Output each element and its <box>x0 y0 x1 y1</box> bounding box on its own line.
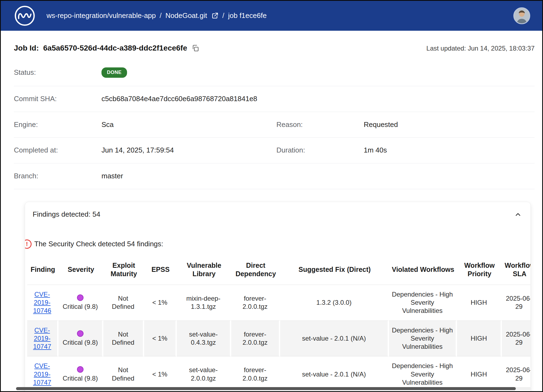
breadcrumb-job: job f1ece6fe <box>228 11 267 20</box>
reason-label: Reason: <box>276 120 364 129</box>
col-header-suggested-fix: Suggested Fix (Direct) <box>280 256 389 285</box>
suggested-fix-cell: 1.3.2 (3.0.0) <box>280 285 389 321</box>
finding-cell: CVE-2019-10746 <box>27 285 58 321</box>
epss-cell: < 1% <box>144 285 177 321</box>
suggested-fix-cell: set-value - 2.0.1 (N/A) <box>280 356 389 392</box>
epss-cell: < 1% <box>144 321 177 357</box>
chevron-up-icon[interactable] <box>513 210 523 219</box>
col-header-exploit-maturity: Exploit Maturity <box>103 256 144 285</box>
horizontal-scrollbar <box>16 387 531 390</box>
engine-value: Sca <box>101 120 276 129</box>
field-row-engine-reason: Engine: Sca Reason: Requested <box>14 112 535 138</box>
exploit-maturity-cell: Not Defined <box>103 285 144 321</box>
reason-value: Requested <box>364 120 535 129</box>
direct-dependency-cell: forever-2.0.0.tgz <box>231 356 280 392</box>
commit-sha-value: c5cb68a7084e4ae7dcc60e6a98768720a81841e8 <box>101 94 535 104</box>
findings-alert-text: The Security Check detected 54 findings: <box>34 239 163 249</box>
job-id-label: Job Id: <box>14 43 39 53</box>
workflow-sla-cell: 2025-06-29 <box>502 321 531 357</box>
external-link-icon[interactable] <box>211 12 218 19</box>
last-updated: Last updated: Jun 14, 2025, 18:03:37 <box>426 44 535 52</box>
severity-critical-icon <box>77 366 84 373</box>
col-header-workflow-sla: Workflow SLA <box>502 256 531 285</box>
col-header-direct-dependency: Direct Dependency <box>231 256 280 285</box>
app-header: ws-repo-integration/vulnerable-app / Nod… <box>1 1 542 31</box>
engine-label: Engine: <box>14 120 101 129</box>
duration-label: Duration: <box>276 146 364 155</box>
field-row-commit: Commit SHA: c5cb68a7084e4ae7dcc60e6a9876… <box>14 86 535 112</box>
duration-value: 1m 40s <box>364 146 535 155</box>
user-avatar[interactable] <box>513 7 530 24</box>
exploit-maturity-cell: Not Defined <box>103 356 144 392</box>
workflow-priority-cell: HIGH <box>457 285 502 321</box>
finding-cell: CVE-2019-10747 <box>27 356 58 392</box>
page: { "header": { "breadcrumb": { "repo": "w… <box>0 0 543 392</box>
findings-card: Findings detected: 54 ! The Security Che… <box>25 202 531 392</box>
table-row: CVE-2019-10747 Critical (9.8) Not Define… <box>27 321 531 357</box>
status-label: Status: <box>14 68 101 77</box>
field-row-completed-duration: Completed at: Jun 14, 2025, 17:59:54 Dur… <box>14 138 535 163</box>
col-header-finding: Finding <box>27 256 58 285</box>
suggested-fix-cell: set-value - 2.0.1 (N/A) <box>280 321 389 357</box>
breadcrumb-separator: / <box>160 11 162 20</box>
violated-workflows-cell: Dependencies - High Severity Vulnerabili… <box>389 321 457 357</box>
direct-dependency-cell: forever-2.0.0.tgz <box>231 285 280 321</box>
vulnerable-library-cell: set-value-2.0.0.tgz <box>177 356 231 392</box>
workflow-priority-cell: HIGH <box>457 356 502 392</box>
severity-cell: Critical (9.8) <box>58 285 103 321</box>
col-header-epss: EPSS <box>144 256 177 285</box>
copy-icon[interactable] <box>192 44 200 52</box>
findings-table-wrap: Finding Severity Exploit Maturity EPSS V… <box>27 256 528 392</box>
cve-link[interactable]: CVE-2019-10747 <box>33 326 51 350</box>
severity-text: Critical (9.8) <box>61 374 99 382</box>
branch-label: Branch: <box>14 172 101 181</box>
job-header: Job Id: 6a5a6570-526d-44dc-a389-ddc2f1ec… <box>14 43 535 53</box>
breadcrumb-repo[interactable]: ws-repo-integration/vulnerable-app <box>47 11 156 20</box>
table-row: CVE-2019-10747 Critical (9.8) Not Define… <box>27 356 531 392</box>
findings-alert: ! The Security Check detected 54 finding… <box>26 239 523 249</box>
severity-text: Critical (9.8) <box>61 338 99 347</box>
col-header-workflow-priority: Workflow Priority <box>457 256 502 285</box>
workflow-sla-cell: 2025-06-29 <box>502 285 531 321</box>
violated-workflows-cell: Dependencies - High Severity Vulnerabili… <box>389 356 457 392</box>
findings-card-title: Findings detected: 54 <box>33 210 100 219</box>
vulnerable-library-cell: set-value-0.4.3.tgz <box>177 321 231 357</box>
app-logo[interactable] <box>14 5 36 27</box>
cve-link[interactable]: CVE-2019-10746 <box>33 291 51 314</box>
col-header-violated-workflows: Violated Workflows <box>389 256 457 285</box>
breadcrumb-project[interactable]: NodeGoat.git <box>165 11 207 20</box>
severity-cell: Critical (9.8) <box>58 321 103 357</box>
field-row-status: Status: DONE <box>14 60 535 86</box>
findings-table: Finding Severity Exploit Maturity EPSS V… <box>27 256 531 392</box>
job-detail-panel: Job Id: 6a5a6570-526d-44dc-a389-ddc2f1ec… <box>1 31 542 392</box>
severity-critical-icon <box>77 330 84 337</box>
severity-cell: Critical (9.8) <box>58 356 103 392</box>
col-header-vulnerable-library: Vulnerable Library <box>177 256 231 285</box>
workflow-priority-cell: HIGH <box>457 321 502 357</box>
completed-at-value: Jun 14, 2025, 17:59:54 <box>101 146 276 155</box>
completed-at-label: Completed at: <box>14 146 101 155</box>
commit-sha-label: Commit SHA: <box>14 94 101 104</box>
workflow-sla-cell: 2025-06-29 <box>502 356 531 392</box>
field-row-branch: Branch: master <box>14 163 535 189</box>
finding-cell: CVE-2019-10747 <box>27 321 58 357</box>
vulnerable-library-cell: mixin-deep-1.3.1.tgz <box>177 285 231 321</box>
col-header-severity: Severity <box>58 256 103 285</box>
breadcrumb-separator: / <box>222 11 224 20</box>
violated-workflows-cell: Dependencies - High Severity Vulnerabili… <box>389 285 457 321</box>
cve-link[interactable]: CVE-2019-10747 <box>33 362 51 386</box>
status-badge: DONE <box>101 67 127 77</box>
scrollbar-thumb[interactable] <box>16 387 516 390</box>
job-id-value: 6a5a6570-526d-44dc-a389-ddc2f1ece6fe <box>43 43 187 53</box>
severity-critical-icon <box>77 294 84 301</box>
epss-cell: < 1% <box>144 356 177 392</box>
branch-value: master <box>101 172 535 181</box>
severity-text: Critical (9.8) <box>61 303 99 311</box>
breadcrumb: ws-repo-integration/vulnerable-app / Nod… <box>47 11 502 20</box>
alert-error-icon: ! <box>25 239 32 249</box>
exploit-maturity-cell: Not Defined <box>103 321 144 357</box>
table-row: CVE-2019-10746 Critical (9.8) Not Define… <box>27 285 531 321</box>
table-header-row: Finding Severity Exploit Maturity EPSS V… <box>27 256 531 285</box>
direct-dependency-cell: forever-2.0.0.tgz <box>231 321 280 357</box>
